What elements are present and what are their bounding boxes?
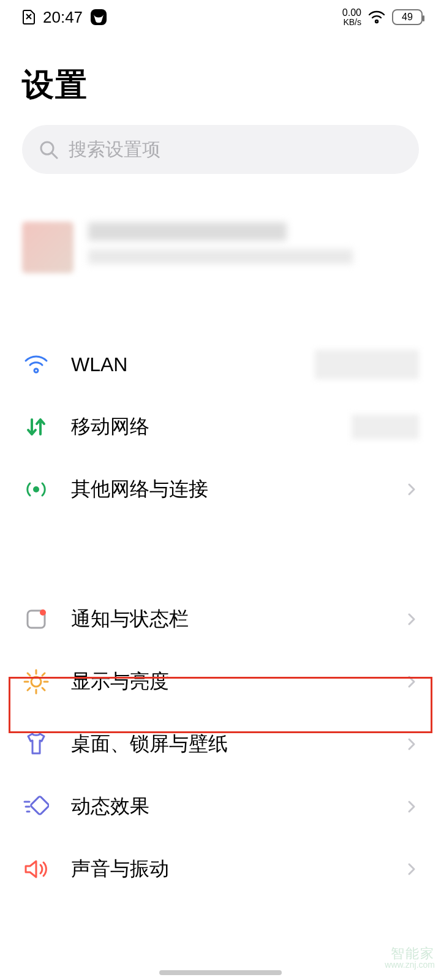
row-label: 其他网络与连接 xyxy=(71,476,383,503)
search-icon xyxy=(38,139,59,160)
chevron-right-icon xyxy=(404,737,419,752)
row-label: 桌面、锁屏与壁纸 xyxy=(71,731,383,758)
svg-point-3 xyxy=(33,486,39,492)
row-wallpaper[interactable]: 桌面、锁屏与壁纸 xyxy=(0,713,441,775)
sound-icon xyxy=(22,855,50,883)
svg-line-12 xyxy=(42,688,45,690)
group-network: WLAN 移动网络 其他网络与连接 xyxy=(0,333,441,521)
row-label: 声音与振动 xyxy=(71,856,383,883)
account-name-redacted xyxy=(88,222,287,241)
mobile-data-icon xyxy=(22,413,50,441)
row-label: WLAN xyxy=(71,353,294,376)
wifi-icon xyxy=(22,350,50,379)
row-notification[interactable]: 通知与状态栏 xyxy=(0,588,441,650)
wifi-icon xyxy=(368,10,386,24)
svg-line-11 xyxy=(28,673,30,676)
row-label: 显示与亮度 xyxy=(71,668,383,695)
battery-indicator: 49 xyxy=(392,9,423,25)
svg-rect-0 xyxy=(91,9,107,25)
watermark: 智能家 www.znj.com xyxy=(385,947,435,969)
notification-icon xyxy=(22,605,50,633)
tshirt-icon xyxy=(22,730,50,758)
chevron-right-icon xyxy=(404,799,419,814)
svg-rect-15 xyxy=(30,796,49,815)
status-time: 20:47 xyxy=(43,8,83,27)
home-indicator xyxy=(159,970,282,975)
group-display: 通知与状态栏 显示与亮度 桌面、锁屏与壁纸 动态效果 声音与振动 xyxy=(0,588,441,900)
status-bar: 20:47 0.00 KB/s 49 xyxy=(0,0,441,34)
account-row[interactable] xyxy=(0,211,441,284)
app-badge-icon xyxy=(90,9,107,26)
wlan-value-redacted xyxy=(315,350,419,379)
row-other-network[interactable]: 其他网络与连接 xyxy=(0,458,441,521)
row-sound[interactable]: 声音与振动 xyxy=(0,838,441,900)
row-brightness[interactable]: 显示与亮度 xyxy=(0,650,441,713)
brightness-icon xyxy=(22,668,50,696)
chevron-right-icon xyxy=(404,612,419,627)
row-label: 通知与状态栏 xyxy=(71,606,383,633)
mobile-value-redacted xyxy=(352,415,419,439)
account-sub-redacted xyxy=(88,249,353,264)
sim-alert-icon xyxy=(22,9,36,25)
row-label: 移动网络 xyxy=(71,413,331,440)
chevron-right-icon xyxy=(404,862,419,876)
row-wlan[interactable]: WLAN xyxy=(0,333,441,396)
svg-point-6 xyxy=(31,677,41,687)
svg-point-5 xyxy=(40,609,46,616)
hotspot-icon xyxy=(22,475,50,503)
chevron-right-icon xyxy=(404,674,419,689)
page-title: 设置 xyxy=(0,34,441,125)
search-bar[interactable] xyxy=(22,125,419,174)
animation-icon xyxy=(22,793,50,821)
avatar xyxy=(22,222,74,273)
search-input[interactable] xyxy=(69,139,403,160)
row-animation[interactable]: 动态效果 xyxy=(0,775,441,838)
svg-line-14 xyxy=(42,673,45,676)
row-label: 动态效果 xyxy=(71,793,383,820)
net-speed: 0.00 KB/s xyxy=(342,8,361,26)
svg-line-2 xyxy=(52,153,57,158)
svg-line-13 xyxy=(28,688,30,690)
row-mobile-network[interactable]: 移动网络 xyxy=(0,396,441,458)
chevron-right-icon xyxy=(404,482,419,497)
